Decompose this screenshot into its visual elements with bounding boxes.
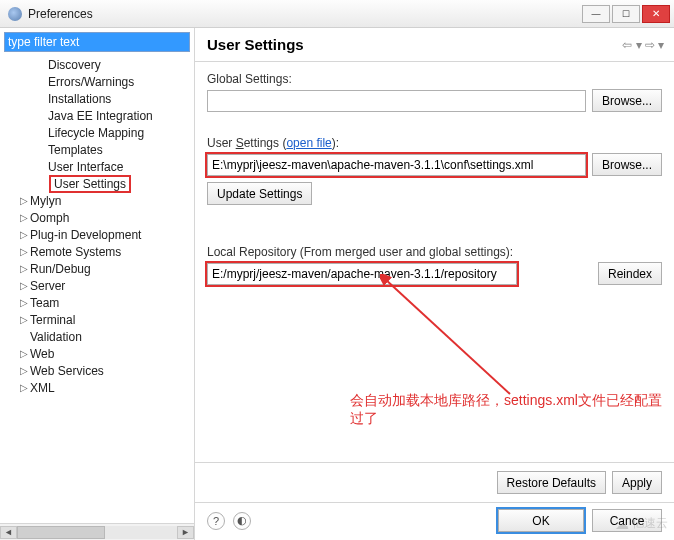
cloud-icon: ☁ xyxy=(615,516,629,532)
tree-label: Templates xyxy=(48,143,103,157)
open-file-link[interactable]: open file xyxy=(286,136,331,150)
tree-item[interactable]: ▷Team xyxy=(4,294,194,311)
tree-label: User Settings xyxy=(49,175,131,193)
tree-label: Errors/Warnings xyxy=(48,75,134,89)
tree-label: User Interface xyxy=(48,160,123,174)
filter-input[interactable] xyxy=(5,33,189,51)
page-title: User Settings xyxy=(207,36,622,53)
expand-icon[interactable]: ▷ xyxy=(18,229,30,240)
close-button[interactable] xyxy=(642,5,670,23)
tree-item[interactable]: Java EE Integration xyxy=(4,107,194,124)
global-settings-label: Global Settings: xyxy=(207,72,662,86)
annotation-arrow-icon xyxy=(380,274,520,404)
tree-item[interactable]: ▷Web xyxy=(4,345,194,362)
expand-icon[interactable]: ▷ xyxy=(18,195,30,206)
tree-label: Installations xyxy=(48,92,111,106)
tree-label: Server xyxy=(30,279,65,293)
tree-label: XML xyxy=(30,381,55,395)
filter-input-wrap xyxy=(4,32,190,52)
tree-item[interactable]: ▷Run/Debug xyxy=(4,260,194,277)
minimize-button[interactable] xyxy=(582,5,610,23)
nav-forward-icon[interactable]: ⇨ ▾ xyxy=(645,38,664,52)
maximize-button[interactable] xyxy=(612,5,640,23)
expand-icon[interactable]: ▷ xyxy=(18,348,30,359)
annotation-text: 会自动加载本地库路径，settings.xml文件已经配置过了 xyxy=(350,392,674,428)
tree-item[interactable]: User Interface xyxy=(4,158,194,175)
tree-label: Remote Systems xyxy=(30,245,121,259)
apply-button[interactable]: Apply xyxy=(612,471,662,494)
tree-item[interactable]: ▷Mylyn xyxy=(4,192,194,209)
tree-item[interactable]: ▷Server xyxy=(4,277,194,294)
window-title: Preferences xyxy=(28,7,582,21)
tree-label: Discovery xyxy=(48,58,101,72)
watermark: ☁亿速云 xyxy=(615,515,668,532)
import-export-icon[interactable]: ◐ xyxy=(233,512,251,530)
restore-defaults-button[interactable]: Restore Defaults xyxy=(497,471,606,494)
tree-label: Mylyn xyxy=(30,194,61,208)
user-settings-field[interactable]: E:\myprj\jeesz-maven\apache-maven-3.1.1\… xyxy=(207,154,586,176)
expand-icon[interactable]: ▷ xyxy=(18,382,30,393)
sidebar: Discovery Errors/Warnings Installations … xyxy=(0,28,195,540)
tree-item[interactable]: Discovery xyxy=(4,56,194,73)
tree-item[interactable]: Errors/Warnings xyxy=(4,73,194,90)
tree-item[interactable]: ▷Terminal xyxy=(4,311,194,328)
tree-label: Terminal xyxy=(30,313,75,327)
global-settings-field[interactable] xyxy=(207,90,586,112)
tree-item[interactable]: Installations xyxy=(4,90,194,107)
expand-icon[interactable]: ▷ xyxy=(18,314,30,325)
expand-icon[interactable]: ▷ xyxy=(18,263,30,274)
tree-item[interactable]: ▷Web Services xyxy=(4,362,194,379)
scroll-thumb[interactable] xyxy=(17,526,105,539)
tree-label: Web Services xyxy=(30,364,104,378)
tree-item[interactable]: Templates xyxy=(4,141,194,158)
tree-item[interactable]: Validation xyxy=(4,328,194,345)
tree-label: Java EE Integration xyxy=(48,109,153,123)
app-icon xyxy=(8,7,22,21)
local-repo-label: Local Repository (From merged user and g… xyxy=(207,245,662,259)
tree-label: Lifecycle Mapping xyxy=(48,126,144,140)
tree-label: Oomph xyxy=(30,211,69,225)
expand-icon[interactable]: ▷ xyxy=(18,365,30,376)
browse-user-button[interactable]: Browse... xyxy=(592,153,662,176)
tree-label: Web xyxy=(30,347,54,361)
tree-label: Team xyxy=(30,296,59,310)
tree-item[interactable]: ▷Remote Systems xyxy=(4,243,194,260)
tree-label: Run/Debug xyxy=(30,262,91,276)
svg-line-0 xyxy=(385,279,510,394)
tree-item[interactable]: ▷Plug-in Development xyxy=(4,226,194,243)
browse-global-button[interactable]: Browse... xyxy=(592,89,662,112)
horizontal-scrollbar[interactable]: ◄ ► xyxy=(0,523,194,540)
expand-icon[interactable]: ▷ xyxy=(18,280,30,291)
scroll-left-icon[interactable]: ◄ xyxy=(0,526,17,539)
help-icon[interactable]: ? xyxy=(207,512,225,530)
reindex-button[interactable]: Reindex xyxy=(598,262,662,285)
tree-label: Plug-in Development xyxy=(30,228,141,242)
nav-back-icon[interactable]: ⇦ ▾ xyxy=(622,38,641,52)
expand-icon[interactable]: ▷ xyxy=(18,297,30,308)
tree-item-user-settings[interactable]: User Settings xyxy=(4,175,194,192)
tree-item[interactable]: Lifecycle Mapping xyxy=(4,124,194,141)
ok-button[interactable]: OK xyxy=(498,509,584,532)
tree-item[interactable]: ▷Oomph xyxy=(4,209,194,226)
expand-icon[interactable]: ▷ xyxy=(18,212,30,223)
tree-item[interactable]: ▷XML xyxy=(4,379,194,396)
tree-label: Validation xyxy=(30,330,82,344)
update-settings-button[interactable]: Update Settings xyxy=(207,182,312,205)
user-settings-label: User Settings (open file): xyxy=(207,136,662,150)
expand-icon[interactable]: ▷ xyxy=(18,246,30,257)
preferences-tree[interactable]: Discovery Errors/Warnings Installations … xyxy=(0,56,194,523)
local-repo-field[interactable]: E:/myprj/jeesz-maven/apache-maven-3.1.1/… xyxy=(207,263,517,285)
scroll-right-icon[interactable]: ► xyxy=(177,526,194,539)
